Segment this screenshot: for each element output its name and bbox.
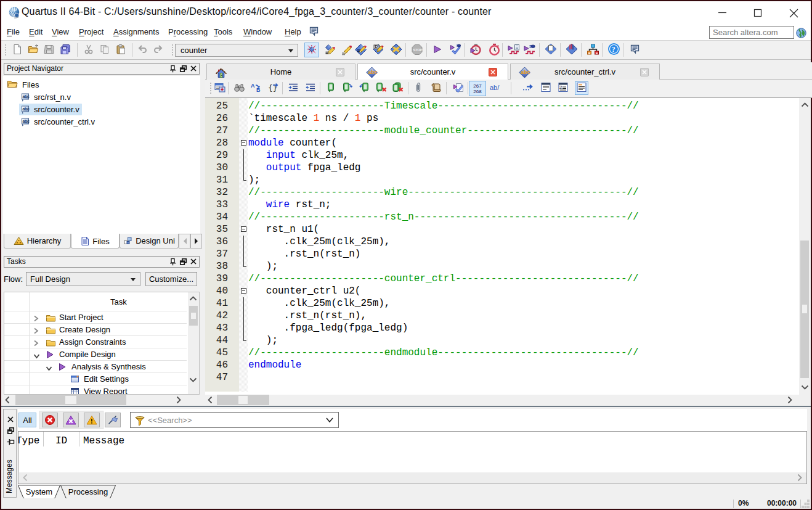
tasks-vscroll-thumb[interactable]: [189, 306, 198, 326]
messages-pin-icon[interactable]: [7, 438, 15, 448]
unindent-button[interactable]: [304, 81, 317, 95]
editor-tab-home[interactable]: Home: [206, 64, 355, 80]
goto-button[interactable]: [521, 81, 535, 95]
outline2-button[interactable]: 2: [556, 81, 570, 95]
find-button[interactable]: [232, 81, 246, 95]
pin-planner-button[interactable]: [339, 43, 354, 57]
editor-hscrollbar[interactable]: [205, 395, 799, 405]
code-line-36[interactable]: 36 .clk_25m(clk_25m),: [205, 236, 799, 248]
code-line-30[interactable]: 30 output fpga_ledg: [205, 162, 799, 174]
editor-toolbar-grip[interactable]: [209, 82, 212, 95]
resize-grip[interactable]: [802, 500, 810, 508]
timequest-button[interactable]: [468, 43, 483, 57]
toolbar-grip2[interactable]: [171, 44, 174, 57]
code-line-31[interactable]: 31);: [205, 174, 799, 186]
tasks-hscrollbar[interactable]: [4, 395, 188, 405]
timing-analyzer-button[interactable]: [487, 43, 501, 57]
fold-collapse-icon[interactable]: [241, 288, 246, 294]
close-button[interactable]: [779, 1, 808, 23]
flow-combo[interactable]: Full Design: [26, 272, 140, 286]
editor-hscroll-thumb[interactable]: [217, 395, 269, 405]
menu-assignments[interactable]: Assignments: [109, 23, 163, 40]
message-column-id[interactable]: ID: [55, 435, 67, 446]
design-partitions-button[interactable]: [354, 43, 368, 57]
task-row-view-report[interactable]: View Report: [4, 385, 187, 395]
code-line-47[interactable]: 47: [205, 371, 799, 384]
editor-tab-close-icon[interactable]: [336, 68, 344, 76]
code-editor[interactable]: 25//---------------------Timescale------…: [205, 98, 799, 395]
tasks-pin-icon[interactable]: [169, 258, 177, 269]
copy-button[interactable]: [97, 43, 112, 57]
close-panel-icon[interactable]: [190, 65, 197, 76]
menu-edit[interactable]: Edit: [25, 23, 47, 40]
tasks-float-icon[interactable]: [179, 258, 187, 269]
message-search-combo[interactable]: <<Search>>: [130, 412, 339, 428]
attach-button[interactable]: [412, 81, 425, 95]
filter-all-button[interactable]: All: [18, 413, 36, 427]
programmer-button[interactable]: [543, 43, 558, 57]
start-compilation-button[interactable]: [430, 43, 445, 57]
fold-collapse-icon[interactable]: [241, 226, 246, 232]
editor-vscroll-thumb[interactable]: [800, 241, 809, 378]
comment-button[interactable]: ab/: [489, 81, 503, 95]
code-line-35[interactable]: 35 rst_n u1(: [205, 223, 799, 236]
new-assignment-button[interactable]: [304, 43, 319, 57]
messages-scroll-right-icon[interactable]: [797, 474, 802, 483]
code-line-40[interactable]: 40 counter_ctrl u2(: [205, 285, 799, 297]
code-line-32[interactable]: 32//---------------------wire-----------…: [205, 186, 799, 199]
float-icon[interactable]: [179, 65, 187, 76]
pin-icon[interactable]: [169, 65, 177, 76]
search-combo-arrow-icon[interactable]: [326, 417, 333, 423]
editor-scroll-right-icon[interactable]: [787, 396, 792, 404]
new-file-button[interactable]: [10, 43, 25, 57]
tree-item-src-rst-n-v[interactable]: abcsrc/rst_n.v: [19, 91, 73, 103]
delete-all-bookmarks-button[interactable]: [391, 81, 404, 95]
menu-help[interactable]: Help: [280, 23, 306, 40]
code-line-41[interactable]: 41 .clk_25m(clk_25m),: [205, 297, 799, 310]
help-button[interactable]: ?: [606, 43, 621, 57]
project-navigator-header[interactable]: Project Navigator: [4, 63, 200, 75]
message-column-message[interactable]: Message: [83, 435, 124, 446]
navigator-tabs-scroll-left[interactable]: [179, 234, 190, 249]
maximize-button[interactable]: [744, 1, 773, 23]
outline1-button[interactable]: [539, 81, 553, 95]
feedback-bubble-icon[interactable]: [309, 26, 319, 36]
editor-vscrollbar[interactable]: [799, 98, 810, 395]
navigator-tab-hierarchy[interactable]: Hierarchy: [4, 234, 71, 249]
tasks-scroll-right-icon[interactable]: [176, 396, 181, 404]
tasks-header[interactable]: Tasks: [4, 256, 200, 268]
menu-tools[interactable]: Tools: [209, 23, 237, 40]
customize-button[interactable]: Customize...: [145, 272, 197, 286]
code-line-38[interactable]: 38 );: [205, 260, 799, 273]
netlist-button[interactable]: D: [371, 43, 386, 57]
tree-item-src-counter-ctrl-v[interactable]: abcsrc/counter_ctrl.v: [19, 115, 97, 128]
cut-button[interactable]: [81, 43, 96, 57]
tasks-hscroll-thumb[interactable]: [15, 395, 126, 405]
globe-icon[interactable]: [796, 28, 806, 38]
code-line-27[interactable]: 27//---------------------module_counter-…: [205, 125, 799, 137]
match-brace-button[interactable]: {}: [266, 81, 280, 95]
tasks-scroll-left-icon[interactable]: [5, 396, 10, 404]
code-line-46[interactable]: 46endmodule: [205, 359, 799, 371]
code-line-25[interactable]: 25//---------------------Timescale------…: [205, 100, 799, 112]
code-line-42[interactable]: 42 .rst_n(rst_n),: [205, 310, 799, 322]
tree-root-files[interactable]: Files: [7, 78, 39, 91]
code-line-29[interactable]: 29 input clk_25m,: [205, 149, 799, 162]
navigator-tabs-scroll-right[interactable]: [190, 234, 202, 249]
undo-button[interactable]: [135, 43, 150, 57]
editor-scroll-up-icon[interactable]: [801, 102, 809, 107]
filter-warnings-button[interactable]: [84, 413, 100, 427]
message-column-separator[interactable]: [43, 432, 44, 446]
start-analysis-button[interactable]: [448, 43, 463, 57]
messages-scroll-left-icon[interactable]: [23, 474, 28, 483]
editor-tab-close-icon[interactable]: [640, 68, 649, 76]
chip-planner-button[interactable]: [389, 43, 404, 57]
feedback-button[interactable]: [627, 43, 642, 57]
task-row-assign-constraints[interactable]: Assign Constraints: [4, 336, 187, 348]
tasks-scroll-up-icon[interactable]: [189, 296, 197, 301]
toggle-bookmark-button[interactable]: [324, 81, 338, 95]
menu-window[interactable]: Window: [239, 23, 276, 40]
code-line-26[interactable]: 26`timescale 1 ns / 1 ps: [205, 112, 799, 125]
menu-project[interactable]: Project: [75, 23, 108, 40]
replace-button[interactable]: AB: [249, 81, 262, 95]
